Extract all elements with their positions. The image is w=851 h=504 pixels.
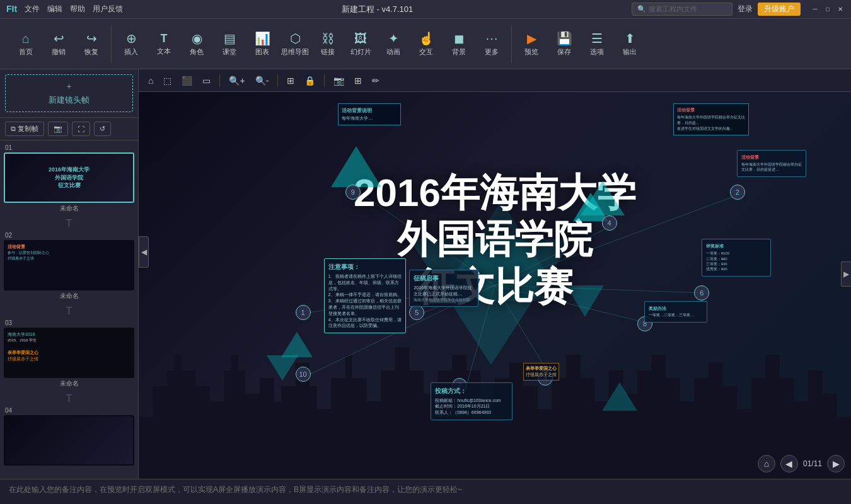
frame-item-02[interactable]: 02 活动背景 参与，以爱告别国际之心 抒骚展赤子之情 未命名: [4, 232, 134, 301]
menu-edit[interactable]: 编辑: [47, 4, 62, 14]
login-button[interactable]: 登录: [738, 4, 753, 14]
tool-insert[interactable]: ⊕ 插入: [115, 26, 147, 62]
canvas-edit-button[interactable]: ✏: [369, 74, 383, 87]
nav-prev-button[interactable]: ◀: [780, 455, 798, 472]
new-frame-button[interactable]: ＋ 新建镜头帧: [5, 74, 133, 112]
frame-thumb-02[interactable]: 活动背景 参与，以爱告别国际之心 抒骚展赤子之情: [4, 240, 134, 290]
tool-interact[interactable]: ☝ 交互: [410, 26, 442, 62]
tool-classroom[interactable]: ▤ 课堂: [214, 26, 245, 62]
canvas-photo-button[interactable]: 📷: [330, 74, 347, 87]
tool-mindmap[interactable]: ⬡ 思维导图: [279, 26, 311, 62]
frame-num-03: 03: [4, 319, 134, 326]
sidebar-tools: ⧉ 复制帧 📷 ⛶ ↺: [0, 118, 138, 140]
redo-icon: ↪: [86, 31, 97, 46]
canvas-tool-1[interactable]: ⬚: [160, 74, 175, 87]
frame-thumb-03[interactable]: 海南大学2016 2015、2016 学生 表举举爱国之心 抒骚展赤子之情: [4, 328, 134, 378]
node-9[interactable]: 9: [345, 185, 361, 200]
titlebar-right: 🔍 搜索工程内文件 登录 升级账户 ─ □ ✕: [632, 3, 845, 16]
tool-link[interactable]: ⛓ 链接: [312, 26, 344, 62]
save-label: 保存: [557, 47, 571, 57]
tool-more[interactable]: ⋯ 更多: [476, 26, 507, 62]
node-5[interactable]: 5: [409, 305, 424, 320]
canvas-area[interactable]: ⌂ ⬚ ⬛ ▭ 🔍+ 🔍- ⊞ 🔒 📷 ⊞ ✏: [139, 69, 851, 479]
background-icon: ◼: [454, 31, 465, 46]
frame-thumb-04[interactable]: [4, 415, 134, 466]
refresh-button[interactable]: ↺: [94, 122, 111, 136]
tool-options[interactable]: ☰ 选项: [581, 26, 613, 62]
menu-feedback[interactable]: 用户反馈: [93, 4, 123, 14]
tool-character[interactable]: ◉ 角色: [181, 26, 212, 62]
frame-item-04[interactable]: 04: [4, 407, 134, 466]
tool-save[interactable]: 💾 保存: [548, 26, 580, 62]
tool-undo[interactable]: ↩ 撤销: [43, 26, 74, 62]
nav-home-button[interactable]: ⌂: [758, 455, 775, 472]
link-label: 链接: [321, 47, 335, 57]
frame-item-03[interactable]: 03 海南大学2016 2015、2016 学生 表举举爱国之心 抒骚展赤子之情…: [4, 319, 134, 388]
search-icon: 🔍: [637, 5, 646, 13]
close-button[interactable]: ✕: [836, 5, 845, 14]
content-box-node9: 活动背景说明 每年海南大学…: [338, 103, 401, 125]
canvas-separator-2: [277, 74, 278, 87]
node-2[interactable]: 2: [730, 185, 745, 200]
home-icon: ⌂: [22, 32, 30, 46]
interact-label: 交互: [419, 47, 433, 57]
small-tri-2: [267, 355, 298, 381]
content-box-5: 征稿启事 2016年海南大学外国语学院征文比赛已正式开始征稿… 海南大学外国语学…: [409, 270, 478, 307]
title-line-2: 外国语学院: [354, 216, 636, 263]
canvas-tool-2[interactable]: ⬛: [178, 74, 195, 87]
tool-home[interactable]: ⌂ 首页: [10, 26, 42, 62]
search-box[interactable]: 🔍 搜索工程内文件: [632, 3, 732, 16]
toolbar: ⌂ 首页 ↩ 撤销 ↪ 恢复 ⊕ 插入 T 文本 ◉ 角色 ▤ 课堂 📊: [0, 19, 851, 69]
zoom-out-button[interactable]: 🔍-: [252, 74, 272, 87]
tool-text[interactable]: T 文本: [148, 26, 180, 62]
content-box-7: 投稿方式： 投稿邮箱：hnuflc@163lance.com 截止时间：2016…: [431, 382, 512, 420]
export-icon: ⬆: [625, 31, 635, 46]
canvas-home-button[interactable]: ⌂: [145, 74, 156, 87]
right-panel-toggle[interactable]: ▶: [841, 261, 851, 287]
frame-divider-01: T: [4, 218, 134, 229]
tool-chart[interactable]: 📊 图表: [246, 26, 278, 62]
node-6[interactable]: 6: [694, 285, 709, 301]
zoom-in-button[interactable]: 🔍+: [226, 74, 248, 87]
canvas-lock-button[interactable]: 🔒: [301, 74, 318, 87]
window-title: 新建工程 - v4.7.101: [342, 4, 413, 15]
tool-redo[interactable]: ↪ 恢复: [76, 26, 107, 62]
notes-input[interactable]: [9, 484, 842, 504]
canvas-tool-3[interactable]: ▭: [199, 74, 214, 87]
search-placeholder: 搜索工程内文件: [649, 4, 697, 14]
screenshot-button[interactable]: 📷: [48, 122, 68, 136]
menu-help[interactable]: 帮助: [70, 4, 85, 14]
small-tri-4: [602, 382, 637, 411]
tool-slideshow[interactable]: 🖼 幻灯片: [345, 26, 376, 62]
tool-background[interactable]: ◼ 背景: [443, 26, 475, 62]
canvas-grid-button[interactable]: ⊞: [351, 74, 365, 87]
maximize-button[interactable]: □: [823, 5, 832, 14]
nav-next-button[interactable]: ▶: [827, 455, 845, 472]
frame-item-01[interactable]: 01 2016年海南大学 外国语学院 征文比赛 未命名: [4, 144, 134, 213]
copy-frame-button[interactable]: ⧉ 复制帧: [5, 122, 44, 136]
tool-export[interactable]: ⬆ 输出: [614, 26, 645, 62]
frame-name-01: 未命名: [4, 204, 134, 213]
upgrade-button[interactable]: 升级账户: [758, 3, 801, 16]
frame-preview-01: 2016年海南大学 外国语学院 征文比赛: [5, 154, 133, 202]
menu-file[interactable]: 文件: [25, 4, 40, 14]
mindmap-icon: ⬡: [290, 31, 301, 46]
frame-num-04: 04: [4, 407, 134, 414]
tool-preview[interactable]: ▶ 预览: [516, 26, 547, 62]
nav-page-indicator: 01/11: [803, 459, 822, 468]
preview-icon: ▶: [527, 31, 536, 46]
minimize-button[interactable]: ─: [811, 5, 819, 14]
tool-animation[interactable]: ✦ 动画: [378, 26, 409, 62]
canvas-align-button[interactable]: ⊞: [284, 74, 298, 87]
frame-thumb-01[interactable]: 2016年海南大学 外国语学院 征文比赛: [4, 152, 134, 203]
node-10[interactable]: 10: [296, 367, 311, 382]
preview-label: 预览: [524, 47, 538, 57]
interact-icon: ☝: [419, 31, 434, 46]
canvas-separator-3: [324, 74, 325, 87]
node-4[interactable]: 4: [602, 215, 617, 231]
sidebar-collapse-button[interactable]: ◀: [139, 236, 149, 268]
content-box-2: 活动背景 每年海南大学外国语学院都会举办征文比赛，目的是促进…: [737, 150, 806, 177]
fullscreen-button[interactable]: ⛶: [72, 122, 90, 136]
node-1[interactable]: 1: [296, 305, 311, 320]
more-label: 更多: [485, 47, 499, 57]
